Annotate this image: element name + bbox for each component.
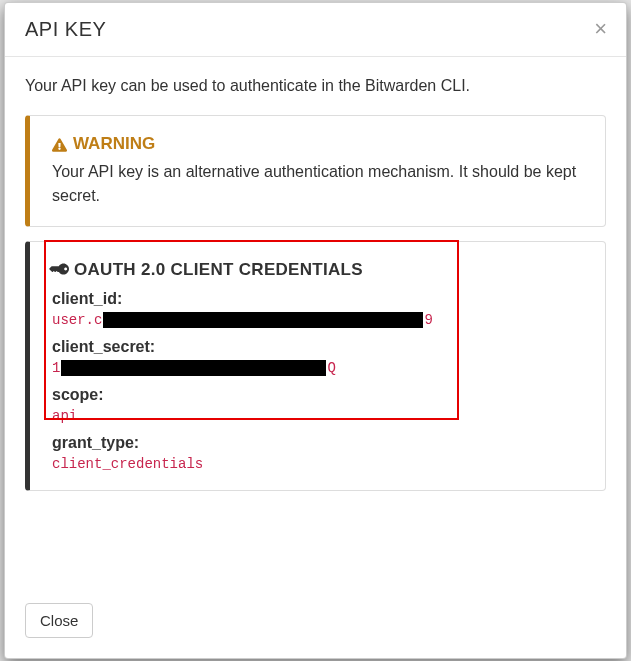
close-icon: ×	[594, 16, 607, 41]
client-id-redaction	[103, 312, 423, 328]
scope-label: scope:	[52, 386, 583, 404]
key-icon	[49, 258, 72, 281]
client-secret-redaction	[61, 360, 326, 376]
modal-header: API KEY ×	[5, 3, 626, 57]
credentials-title-text: OAUTH 2.0 CLIENT CREDENTIALS	[74, 260, 363, 280]
api-key-description: Your API key can be used to authenticate…	[25, 75, 606, 97]
warning-callout: WARNING Your API key is an alternative a…	[25, 115, 606, 227]
warning-title-text: WARNING	[73, 134, 155, 154]
client-secret-suffix: Q	[327, 360, 335, 376]
client-id-value: user.c 9	[52, 312, 583, 328]
credentials-title-row: OAUTH 2.0 CLIENT CREDENTIALS	[52, 260, 583, 280]
credentials-callout: OAUTH 2.0 CLIENT CREDENTIALS client_id: …	[25, 241, 606, 491]
client-id-suffix: 9	[424, 312, 432, 328]
client-secret-label: client_secret:	[52, 338, 583, 356]
grant-type-value: client_credentials	[52, 456, 583, 472]
client-secret-value: 1 Q	[52, 360, 583, 376]
client-id-prefix: user.c	[52, 312, 102, 328]
scope-value: api	[52, 408, 583, 424]
warning-title-row: WARNING	[52, 134, 583, 154]
client-secret-prefix: 1	[52, 360, 60, 376]
api-key-modal: API KEY × Your API key can be used to au…	[4, 2, 627, 659]
warning-body: Your API key is an alternative authentic…	[52, 160, 583, 208]
warning-icon	[52, 138, 67, 152]
modal-title: API KEY	[25, 18, 106, 41]
modal-body: Your API key can be used to authenticate…	[5, 57, 626, 588]
grant-type-label: grant_type:	[52, 434, 583, 452]
close-icon-button[interactable]: ×	[590, 18, 611, 40]
close-button[interactable]: Close	[25, 603, 93, 638]
client-id-label: client_id:	[52, 290, 583, 308]
modal-footer: Close	[5, 588, 626, 658]
